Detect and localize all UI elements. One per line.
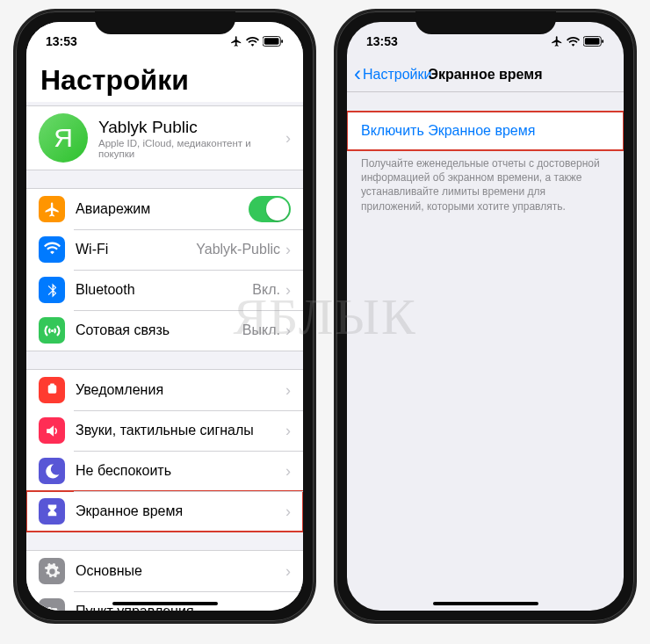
chevron-left-icon: ‹	[354, 68, 361, 80]
chevron-right-icon: ›	[285, 562, 291, 581]
airplane-icon	[39, 196, 65, 222]
settings-row-не-беспокоить[interactable]: Не беспокоить›	[26, 451, 303, 491]
home-indicator	[433, 602, 538, 605]
svg-point-5	[47, 606, 51, 611]
enable-screentime-row[interactable]: Включить Экранное время	[347, 112, 624, 150]
row-label: Основные	[76, 563, 285, 579]
network-group: АвиарежимWi-FiYablyk-Public›BluetoothВкл…	[26, 188, 303, 351]
battery-icon	[583, 36, 604, 47]
footer-description: Получайте еженедельные отчеты с достовер…	[347, 150, 624, 213]
wifi-icon	[39, 236, 65, 263]
back-label: Настройки	[363, 67, 431, 83]
settings-row-звуки-тактильные-сигналы[interactable]: Звуки, тактильные сигналы›	[26, 410, 303, 451]
row-label: Bluetooth	[76, 282, 252, 298]
chevron-right-icon: ›	[285, 129, 291, 148]
chevron-right-icon: ›	[285, 322, 291, 340]
airplane-icon	[230, 35, 242, 47]
svg-rect-3	[47, 385, 56, 394]
battery-icon	[263, 36, 284, 47]
row-label: Wi-Fi	[76, 242, 196, 257]
chevron-right-icon: ›	[285, 422, 291, 440]
chevron-right-icon: ›	[285, 241, 291, 259]
row-label: Авиарежим	[76, 201, 249, 217]
row-label: Сотовая связь	[76, 322, 242, 338]
chevron-right-icon: ›	[285, 603, 291, 611]
account-group: Я Yablyk Public Apple ID, iCloud, медиак…	[26, 105, 303, 170]
status-time: 13:53	[366, 34, 398, 48]
nav-bar: ‹ Настройки Экранное время	[347, 57, 624, 92]
settings-row-пункт-управления[interactable]: Пункт управления›	[26, 591, 303, 611]
row-label: Звуки, тактильные сигналы	[76, 423, 285, 438]
row-value: Выкл.	[242, 322, 280, 338]
status-icons	[230, 35, 284, 47]
svg-rect-2	[281, 40, 283, 43]
airplane-icon	[551, 35, 563, 47]
settings-row-сотовая-связь[interactable]: Сотовая связьВыкл.›	[26, 310, 303, 351]
speaker-icon	[39, 417, 65, 444]
row-value: Вкл.	[252, 282, 280, 298]
svg-rect-16	[585, 38, 600, 44]
apple-id-row[interactable]: Я Yablyk Public Apple ID, iCloud, медиак…	[26, 106, 303, 170]
account-text: Yablyk Public Apple ID, iCloud, медиакон…	[98, 118, 285, 159]
bell-icon	[39, 377, 65, 403]
row-value: Yablyk-Public	[196, 242, 280, 257]
settings-row-авиарежим[interactable]: Авиарежим	[26, 189, 303, 229]
status-icons	[551, 35, 604, 47]
bluetooth-icon	[39, 277, 65, 303]
settings-row-bluetooth[interactable]: BluetoothВкл.›	[26, 270, 303, 310]
chevron-right-icon: ›	[285, 462, 291, 481]
chevron-right-icon: ›	[285, 381, 291, 400]
page-title: Настройки	[26, 57, 303, 102]
svg-rect-4	[50, 383, 54, 385]
status-time: 13:53	[46, 34, 77, 48]
wifi-icon	[246, 36, 259, 47]
notch	[95, 11, 235, 34]
account-name: Yablyk Public	[98, 118, 285, 137]
row-label: Уведомления	[76, 382, 285, 398]
svg-rect-17	[602, 40, 603, 43]
moon-icon	[39, 458, 65, 484]
row-label: Экранное время	[76, 503, 285, 519]
notch	[415, 11, 556, 34]
settings-row-экранное-время[interactable]: Экранное время›	[26, 491, 303, 532]
settings-row-основные[interactable]: Основные›	[26, 551, 303, 591]
screen-screentime: 13:53 ‹ Настройки Экранное время Включит…	[347, 22, 624, 611]
toggle-switch[interactable]	[249, 196, 291, 222]
home-indicator	[112, 602, 218, 605]
hourglass-icon	[39, 498, 65, 525]
settings-row-уведомления[interactable]: Уведомления›	[26, 370, 303, 410]
svg-rect-1	[264, 38, 279, 44]
svg-rect-6	[51, 608, 56, 610]
phone-right: 13:53 ‹ Настройки Экранное время Включит…	[334, 9, 637, 624]
chevron-right-icon: ›	[285, 503, 291, 521]
avatar: Я	[39, 113, 88, 163]
phone-left: 13:53 Настройки Я Yablyk Public Apple ID…	[13, 9, 316, 624]
notifications-group: Уведомления›Звуки, тактильные сигналы›Не…	[26, 369, 303, 532]
wifi-icon	[567, 36, 580, 47]
gear-icon	[39, 558, 65, 584]
chevron-right-icon: ›	[285, 281, 291, 300]
switches-icon	[39, 598, 65, 611]
row-label: Не беспокоить	[76, 463, 285, 479]
settings-row-wi-fi[interactable]: Wi-FiYablyk-Public›	[26, 229, 303, 270]
screen-settings: 13:53 Настройки Я Yablyk Public Apple ID…	[26, 22, 303, 611]
back-button[interactable]: ‹ Настройки	[354, 67, 431, 83]
antenna-icon	[39, 317, 65, 344]
account-subtitle: Apple ID, iCloud, медиаконтент и покупки	[98, 138, 285, 159]
